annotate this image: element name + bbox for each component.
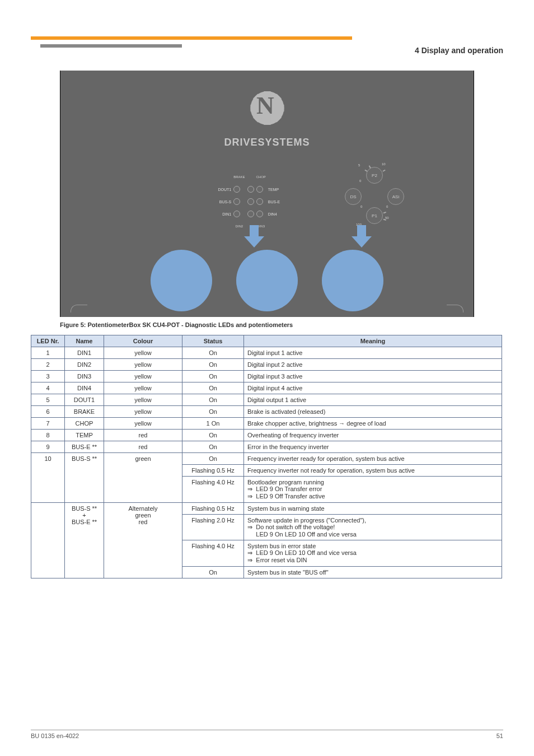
led-bus-e-icon <box>256 198 263 205</box>
table-row: 5DOUT1yellowOnDigital output 1 active <box>31 394 502 406</box>
table-row: 8TEMPredOnOverheating of frequency inver… <box>31 430 502 441</box>
footer-doc-id: BU 0135 en-4022 <box>31 732 79 739</box>
gear-letter: N <box>256 91 274 120</box>
brand-text: DRIVESYSTEMS <box>224 137 310 148</box>
led-brake-icon <box>247 186 254 193</box>
detail-circle <box>236 250 298 311</box>
table-row: 3DIN3yellowOnDigital input 3 active <box>31 371 502 382</box>
led-din2-icon <box>247 211 254 217</box>
col-name: Name <box>65 335 104 347</box>
page-footer: BU 0135 en-4022 51 <box>31 730 503 739</box>
pot-p2[interactable]: P2 <box>366 167 383 184</box>
arrow-down-icon <box>244 225 264 248</box>
corner-icon <box>447 305 463 312</box>
col-status: Status <box>182 335 244 347</box>
table-row: BUS-S ** + BUS-E ** Alternately green re… <box>31 503 502 515</box>
table-row: 7CHOPyellow1 OnBrake chopper active, bri… <box>31 418 502 430</box>
led-dout1-icon <box>233 186 240 193</box>
led-din4-icon <box>256 211 263 217</box>
table-row: 2DIN2yellowOnDigital input 2 active <box>31 359 502 371</box>
device-illustration: N DRIVESYSTEMS BRAKECHOP DOUT1TEMP BUS-S… <box>60 71 474 317</box>
header-rule-right <box>40 44 182 48</box>
detail-circles <box>60 250 474 313</box>
pot-p1[interactable]: P1 <box>366 207 383 224</box>
header-rule-left <box>31 36 352 40</box>
led-meaning-table: LED Nr. Name Colour Status Meaning 1DIN1… <box>31 335 502 578</box>
table-row: 6BRAKEyellowOnBrake is activated (releas… <box>31 406 502 418</box>
table-row: 1DIN1yellowOnDigital input 1 active <box>31 347 502 359</box>
pot-ds[interactable]: DS <box>345 188 362 205</box>
table-row: 10 BUS-S ** green On Frequency inverter … <box>31 453 502 465</box>
detail-circle <box>322 250 383 311</box>
col-meaning: Meaning <box>244 335 502 347</box>
potentiometer-cluster: P2 5 10 0 DS ASi P1 <box>338 167 411 223</box>
header-rule <box>31 34 503 40</box>
led-din1-icon <box>233 211 240 217</box>
detail-circle <box>151 250 212 311</box>
col-colour: Colour <box>104 335 182 347</box>
corner-icon <box>71 305 87 312</box>
led-temp-icon <box>247 198 254 205</box>
table-row: 4DIN4yellowOnDigital input 4 active <box>31 382 502 394</box>
led-chop-icon <box>256 186 263 193</box>
col-lednr: LED Nr. <box>31 335 65 347</box>
led-cluster: BRAKECHOP DOUT1TEMP BUS-SBUS-E DIN1DIN4 … <box>210 171 289 232</box>
footer-page-number: 51 <box>496 732 503 739</box>
table-row: 9BUS-E **redOnError in the frequency inv… <box>31 441 502 453</box>
brand-logo: N DRIVESYSTEMS <box>224 83 310 148</box>
pot-asi[interactable]: ASi <box>387 188 404 205</box>
gear-icon: N <box>242 83 292 133</box>
led-bus-s-icon <box>233 198 240 205</box>
arrow-down-icon <box>352 225 372 248</box>
figure-caption: Figure 5: PotentiometerBox SK CU4-POT - … <box>60 321 474 328</box>
